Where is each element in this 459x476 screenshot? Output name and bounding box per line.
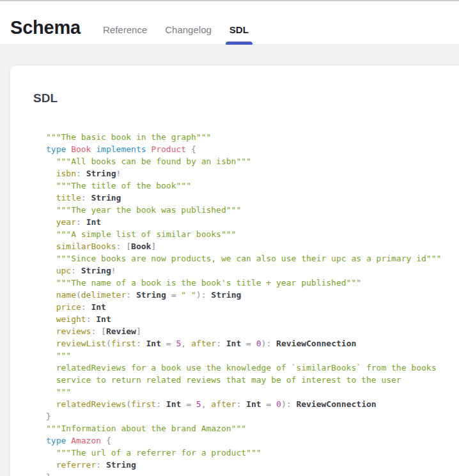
code-line: name(delimeter: String = " "): String — [46, 289, 458, 301]
tab-changelog[interactable]: Changelog — [163, 24, 214, 44]
code-line: """ — [46, 386, 458, 398]
schema-header: Schema Reference Changelog SDL — [0, 0, 459, 45]
code-line: relatedReviews(first: Int = 5, after: In… — [46, 398, 458, 410]
code-line: reviews: [Review] — [46, 325, 458, 337]
code-line: """ — [46, 349, 458, 362]
code-line: referrer: String — [46, 459, 458, 471]
code-line: year: Int — [46, 216, 458, 228]
code-line: upc: String! — [46, 265, 458, 277]
schema-tabs: Reference Changelog SDL — [101, 24, 251, 44]
tab-sdl[interactable]: SDL — [228, 24, 251, 44]
code-line: similarBooks: [Book] — [46, 240, 458, 252]
code-line: reviewList(first: Int = 5, after: Int = … — [46, 337, 458, 349]
code-line: } — [46, 410, 458, 422]
sdl-section-heading: SDL — [10, 66, 459, 107]
code-line: isbn: String! — [46, 167, 458, 180]
code-line: """The basic book in the graph""" — [46, 131, 458, 143]
code-line: """The title of the book""" — [46, 180, 458, 192]
code-line: """Since books are now products, we can … — [46, 252, 458, 265]
code-line: """The year the book was published""" — [46, 204, 458, 216]
code-line: """The url of a referrer for a product""… — [46, 447, 458, 459]
code-line: title: String — [46, 192, 458, 204]
main-content: SDL """The basic book in the graph"""typ… — [0, 45, 459, 476]
sdl-card: SDL """The basic book in the graph"""typ… — [10, 66, 459, 476]
code-line: """A simple list of similar books""" — [46, 228, 458, 240]
code-line: """The name of a book is the book's titl… — [46, 277, 458, 289]
code-line: type Book implements Product { — [46, 143, 458, 155]
tab-reference[interactable]: Reference — [101, 24, 149, 44]
code-line: service to return related reviews that m… — [46, 374, 458, 386]
code-line: type Amazon { — [46, 434, 458, 447]
sdl-code: """The basic book in the graph"""type Bo… — [10, 107, 459, 476]
code-line: price: Int — [46, 301, 458, 313]
code-line: } — [46, 471, 458, 476]
code-line: """All books can be found by an isbn""" — [46, 155, 458, 167]
code-line: weight: Int — [46, 313, 458, 325]
page-title: Schema — [10, 18, 81, 38]
code-line: relatedReviews for a book use the knowle… — [46, 362, 458, 374]
code-line: """Information about the brand Amazon""" — [46, 422, 458, 434]
